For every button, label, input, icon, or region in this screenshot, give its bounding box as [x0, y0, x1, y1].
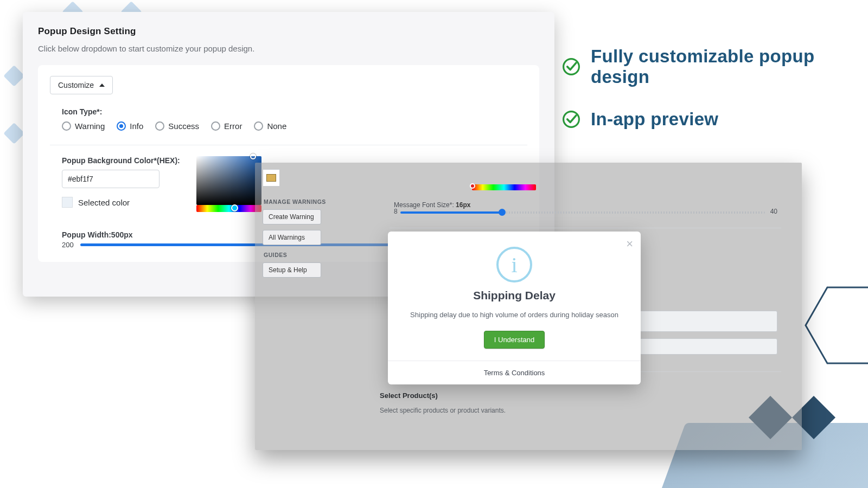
select-products-title: Select Product(s) — [380, 391, 438, 400]
sidebar-section-guides: GUIDES — [264, 252, 354, 258]
feature-bullet: In-app preview — [561, 109, 868, 130]
sidebar: MANAGE WARNINGS Create Warning All Warni… — [263, 192, 355, 283]
svg-marker-0 — [806, 287, 868, 363]
radio-dot-icon — [155, 121, 164, 131]
divider — [390, 228, 781, 228]
selected-color-label: Selected color — [78, 198, 130, 207]
select-products-subtitle: Select specific products or product vari… — [380, 407, 506, 414]
width-min-value: 200 — [62, 241, 74, 249]
bg-color-input[interactable] — [62, 170, 159, 188]
setup-help-button[interactable]: Setup & Help — [263, 262, 321, 278]
popup-confirm-button[interactable]: I Understand — [484, 331, 545, 349]
feature-text: In-app preview — [591, 109, 718, 130]
svg-point-4 — [564, 112, 579, 127]
admin-main: Message Font Size*: 16px 8 40 Select Pro… — [369, 163, 802, 450]
popup-footer-link[interactable]: Terms & Conditions — [388, 361, 641, 384]
feature-text: Fully customizable popup design — [591, 46, 868, 87]
font-size-label: Message Font Size*: 16px — [394, 201, 470, 209]
decoration-diamond — [3, 65, 25, 87]
icon-type-label: Icon Type*: — [62, 107, 527, 116]
radio-none[interactable]: None — [254, 121, 286, 131]
hue-handle-icon — [470, 183, 475, 189]
bg-color-label: Popup Background Color*(HEX): — [62, 156, 180, 165]
chevron-up-icon — [99, 84, 105, 87]
radio-dot-icon — [117, 121, 126, 131]
popup-title: Shipping Delay — [388, 289, 641, 302]
radio-dot-icon — [62, 121, 71, 131]
sidebar-section-warnings: MANAGE WARNINGS — [264, 198, 354, 205]
decoration-diamond — [3, 123, 25, 144]
app-logo[interactable] — [263, 169, 280, 187]
checkmark-circle-icon — [561, 57, 581, 76]
icon-type-radio-group: Warning Info Success Error None — [62, 121, 527, 131]
selected-color-swatch — [62, 197, 73, 208]
radio-dot-icon — [254, 121, 263, 131]
color-hue-bar[interactable] — [472, 184, 536, 190]
color-gradient[interactable] — [196, 156, 261, 205]
radio-info[interactable]: Info — [117, 121, 143, 131]
radio-success[interactable]: Success — [155, 121, 199, 131]
color-picker[interactable] — [196, 156, 261, 212]
feature-bullet: Fully customizable popup design — [561, 46, 868, 87]
radio-dot-icon — [211, 121, 220, 131]
create-warning-button[interactable]: Create Warning — [263, 209, 321, 224]
close-icon[interactable]: × — [626, 238, 633, 250]
panel-title: Popup Design Setting — [38, 26, 539, 37]
popup-preview: × i Shipping Delay Shipping delay due to… — [388, 232, 641, 384]
slider-thumb-icon — [499, 209, 506, 216]
font-size-max: 40 — [770, 208, 777, 215]
logo-icon — [266, 174, 276, 182]
all-warnings-button[interactable]: All Warnings — [263, 230, 321, 245]
hue-handle-icon — [231, 204, 238, 211]
radio-error[interactable]: Error — [211, 121, 242, 131]
customize-dropdown[interactable]: Customize — [50, 76, 113, 94]
popup-message: Shipping delay due to high volume of ord… — [404, 311, 624, 319]
hue-slider[interactable] — [196, 205, 261, 212]
panel-subtitle: Click below dropdown to start customize … — [38, 44, 539, 53]
divider — [50, 145, 527, 145]
form-field[interactable] — [627, 311, 777, 332]
customize-label: Customize — [58, 81, 94, 89]
checkmark-circle-icon — [561, 110, 581, 129]
radio-warning[interactable]: Warning — [62, 121, 105, 131]
form-field[interactable] — [627, 338, 777, 355]
admin-preview-panel: MANAGE WARNINGS Create Warning All Warni… — [255, 163, 802, 450]
svg-point-3 — [564, 59, 579, 75]
info-icon: i — [496, 247, 532, 282]
font-size-slider[interactable] — [400, 211, 765, 214]
decoration-hexagon — [803, 282, 868, 369]
slider-fill — [400, 211, 502, 214]
color-cursor-icon — [250, 153, 256, 159]
font-size-min: 8 — [394, 208, 398, 215]
